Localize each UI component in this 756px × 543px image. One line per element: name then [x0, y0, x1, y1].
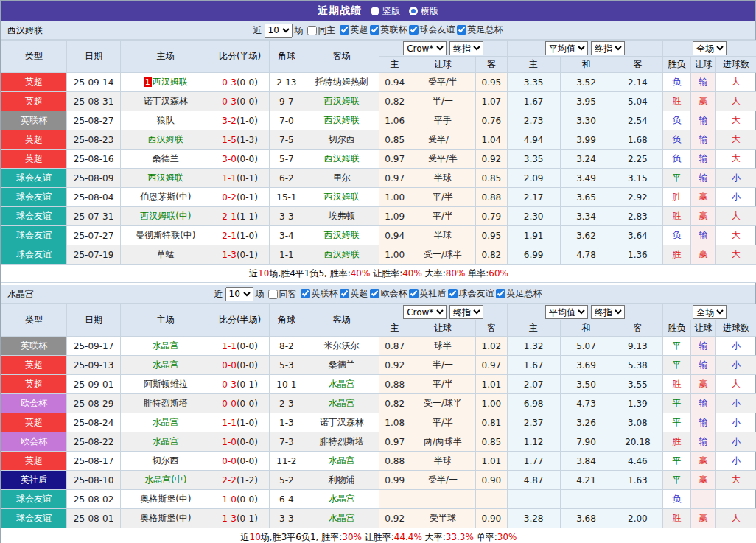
scope-select[interactable]: 全场 — [693, 41, 727, 55]
fulltime-score: 3-2 — [222, 116, 237, 126]
handicap-line: 平手 — [410, 111, 475, 130]
same-venue-checkbox-input[interactable] — [307, 26, 317, 35]
away-team: 桑德兰 — [304, 356, 379, 375]
same-venue-checkbox[interactable]: 同客 — [268, 288, 297, 301]
league-filter-checkbox[interactable]: 英联杯 — [370, 24, 407, 36]
layout-radio-horizontal[interactable]: 横版 — [409, 5, 438, 18]
near-count-select[interactable]: 10 — [265, 24, 293, 38]
league-checkbox-input[interactable] — [448, 289, 458, 298]
handicap-line: 受半/一 — [410, 471, 475, 490]
league-checkbox-input[interactable] — [340, 25, 349, 35]
league-filter-checkbox[interactable]: 英社盾 — [409, 287, 447, 300]
halftime-score: (0-1) — [237, 192, 258, 203]
average-odds-select[interactable]: 平均值 — [545, 41, 588, 55]
games-label: 场 — [256, 288, 265, 301]
league-checkbox-input[interactable] — [409, 289, 419, 298]
avg-odds-draw: 3.49 — [560, 169, 612, 188]
handicap-result: 输 — [690, 150, 715, 169]
type-badge: 球会友谊 — [1, 188, 67, 207]
corner-count: 8-2 — [269, 337, 304, 356]
league-filter-checkbox[interactable]: 欧会杯 — [370, 287, 407, 300]
home-team-name: 伯恩茅斯(中) — [140, 192, 191, 202]
page: 近期战绩 竖版 横版 西汉姆联 近 10 场 同主 英超英联杯球会友谊英足总杯 — [0, 0, 756, 543]
layout-radio-vertical[interactable]: 竖版 — [371, 5, 400, 18]
bookmaker-select[interactable]: Crow* — [403, 305, 447, 319]
table-row: 英超25-08-16桑德兰3-0(0-0)5-7西汉姆联0.97受平/半0.92… — [1, 150, 756, 169]
odds-stage-select[interactable]: 终指 — [449, 41, 483, 55]
col-home: 主场 — [121, 41, 211, 73]
scope-select[interactable]: 全场 — [693, 305, 727, 319]
league-filter-checkbox[interactable]: 球会友谊 — [409, 24, 455, 36]
same-venue-checkbox[interactable]: 同主 — [307, 24, 336, 37]
handicap-odds-away: 0.90 — [476, 471, 508, 490]
league-checkbox-input[interactable] — [409, 25, 419, 35]
average-stage-select[interactable]: 终指 — [591, 305, 625, 319]
away-team-name: 西汉姆联 — [324, 192, 360, 202]
league-checkbox-input[interactable] — [370, 25, 379, 35]
table-row: 英超25-08-24水晶宫1-1(1-0)1-3诺丁汉森林1.08平/半0.81… — [1, 413, 756, 432]
away-team: 西汉姆联 — [304, 226, 379, 245]
league-filter-checkbox[interactable]: 英超 — [340, 287, 368, 300]
type-badge: 英联杯 — [1, 111, 67, 130]
average-stage-select[interactable]: 终指 — [591, 41, 625, 55]
home-team: 水晶宫 — [121, 337, 211, 356]
avg-odds-away: 9.13 — [612, 337, 663, 356]
recent-results-table: 类型 日期 主场 比分(半场) 角球 客场 Crow* 终指 平均值 终指 — [1, 304, 756, 543]
handicap-odds-home: 1.06 — [379, 111, 410, 130]
avg-odds-away: 2.25 — [612, 150, 663, 169]
corner-count: 5-2 — [269, 471, 304, 490]
league-checkbox-input[interactable] — [301, 289, 310, 298]
handicap-odds-away — [476, 490, 508, 509]
bookmaker-select[interactable]: Crow* — [403, 41, 447, 55]
league-checkbox-input[interactable] — [370, 289, 379, 298]
goals-result: 小 — [716, 394, 756, 413]
summary-segment: 让胜率: — [370, 268, 402, 278]
avg-odds-draw: 3.26 — [560, 413, 612, 432]
handicap-result: 赢 — [690, 509, 715, 528]
league-label: 欧会杯 — [381, 287, 407, 300]
table-row: 英联杯25-08-27狼队3-2(1-0)7-0西汉姆联1.06平手0.762.… — [1, 111, 756, 130]
away-team: 腓特烈斯塔 — [304, 432, 379, 452]
home-team-name: 水晶宫(中) — [144, 474, 186, 485]
summary-segment: 40% — [351, 268, 371, 278]
league-filter-checkbox[interactable]: 英联杯 — [301, 287, 338, 300]
league-filter-checkbox[interactable]: 英超 — [340, 24, 368, 36]
average-odds-select[interactable]: 平均值 — [545, 305, 588, 319]
type-badge: 欧会杯 — [1, 394, 67, 413]
fulltime-score: 0-0 — [222, 399, 237, 409]
handicap-odds-home: 0.94 — [379, 73, 410, 92]
corner-count: 6-4 — [269, 490, 304, 509]
match-result: 平 — [663, 169, 690, 188]
handicap-result: 赢 — [690, 92, 715, 111]
league-filter-checkbox[interactable]: 球会友谊 — [448, 287, 494, 300]
league-checkbox-input[interactable] — [496, 289, 505, 298]
avg-odds-draw: 3.52 — [560, 73, 612, 92]
odds-stage-select[interactable]: 终指 — [449, 305, 483, 319]
type-badge: 英超 — [1, 73, 67, 92]
summary-segment: 44.4% — [394, 532, 422, 542]
halftime-score: (1-0) — [237, 231, 258, 241]
score: 1-1(0-1) — [211, 169, 269, 188]
league-checkbox-input[interactable] — [340, 289, 349, 298]
away-team: 水晶宫 — [304, 509, 379, 528]
league-checkbox-input[interactable] — [457, 25, 466, 35]
fulltime-score: 1-0 — [222, 437, 237, 447]
away-team-name: 利物浦 — [329, 474, 355, 485]
avg-odds-away: 2.14 — [612, 73, 663, 92]
league-filter-checkbox[interactable]: 英足总杯 — [496, 287, 542, 300]
col-away: 客场 — [304, 41, 379, 73]
score: 0-3(0-1) — [211, 375, 269, 394]
home-team: 西汉姆联(中) — [121, 207, 211, 226]
same-venue-checkbox-input[interactable] — [268, 290, 278, 299]
home-team-name: 桑德兰 — [153, 153, 179, 164]
table-row: 英超25-09-141西汉姆联0-3(0-0)2-13托特纳姆热刺0.94受平/… — [1, 73, 756, 92]
average-group-header: 平均值 终指 — [507, 41, 663, 57]
league-filter-checkbox[interactable]: 英足总杯 — [457, 24, 503, 36]
avg-odds-away: 1.68 — [612, 130, 663, 150]
away-team-name: 诺丁汉森林 — [320, 417, 364, 427]
subcol-result: 胜负 — [663, 57, 690, 73]
near-count-select[interactable]: 10 — [225, 287, 253, 301]
corner-count: 7-5 — [269, 130, 304, 150]
avg-odds-draw: 5.07 — [560, 337, 612, 356]
summary-segment: 近 — [241, 532, 250, 542]
